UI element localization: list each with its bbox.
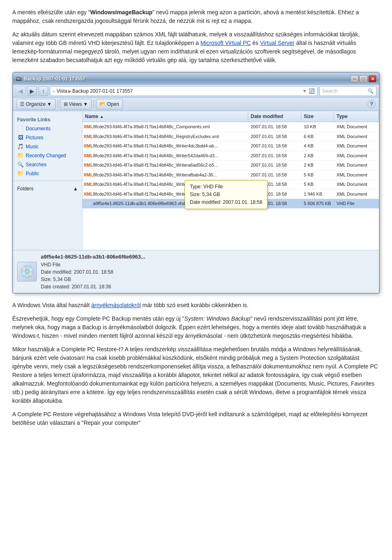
- address-parts: Vista ▶ Backup 2007-01-01 173557: [57, 87, 301, 95]
- table-row[interactable]: XML 8fcde293-fd46-4f7a-99a8-f17ba14b848c…: [82, 132, 379, 142]
- address-dropdown[interactable]: ▼: [302, 87, 307, 95]
- file-list-header: Name ▲ Date modified Size Type: [82, 111, 379, 122]
- search-bar[interactable]: Search 🔍: [319, 86, 376, 96]
- main-area: Favorite Links 📄 Documents 🖼 Pictures 🎵 …: [13, 111, 379, 250]
- search-icon: 🔍: [368, 87, 374, 95]
- link-virtual-server[interactable]: Virtual Server: [260, 40, 295, 46]
- sidebar-item-public[interactable]: 📁 Public: [13, 169, 82, 178]
- table-row[interactable]: XML 8fcde293-fd46-4f7a-99a8-f17ba14b848c…: [82, 141, 379, 151]
- paragraph-6: A Complete PC Restore végrehajtásához a …: [12, 410, 380, 427]
- sidebar-item-recently-changed[interactable]: 📁 Recently Changed: [13, 151, 82, 160]
- status-bar: 💿 a9f5e4e1-8625-11db-a3b1-806e6f6e6963..…: [13, 250, 379, 293]
- documents-icon: 📄: [17, 125, 24, 132]
- views-icon: ⊞: [64, 100, 68, 108]
- sidebar-item-music[interactable]: 🎵 Music: [13, 142, 82, 151]
- views-dropdown-icon: ▼: [83, 100, 88, 108]
- link-arnyekmásolatok[interactable]: árnyékmásolatokról: [91, 302, 141, 308]
- pictures-icon: 🖼: [17, 134, 24, 141]
- status-filename: a9f5e4e1-8625-11db-a3b1-806e6f6e6963...: [41, 253, 145, 261]
- title-bar-text: Backup 2007-01-01 173557: [24, 75, 85, 83]
- col-name[interactable]: Name ▲: [82, 111, 248, 122]
- sidebar-item-searches[interactable]: 🔍 Searches: [13, 160, 82, 169]
- xml-file-icon: XML: [85, 152, 91, 159]
- vhd-file-icon: 💿: [85, 200, 91, 207]
- folders-section[interactable]: Folders ▲: [13, 183, 82, 193]
- paragraph-4: Észrevehetjük, hogy egy Complete PC Back…: [12, 315, 380, 340]
- address-bar[interactable]: « Vista ▶ Backup 2007-01-01 173557 ▼ 🔄: [50, 86, 318, 96]
- maximize-button[interactable]: □: [359, 75, 368, 83]
- searches-label: Searches: [26, 161, 47, 168]
- close-button[interactable]: ✕: [368, 75, 376, 83]
- organize-dropdown-icon: ▼: [47, 100, 52, 108]
- link-microsoft-virtual-pc[interactable]: Microsoft Virtual PC: [200, 40, 251, 46]
- sort-arrow: ▲: [100, 114, 104, 119]
- address-vista: Vista: [57, 87, 67, 95]
- file-name-cell: XML 8fcde293-fd46-4f7a-99a8-f17ba14b848c…: [82, 151, 248, 161]
- title-bar-left: 🗂 Backup 2007-01-01 173557: [16, 74, 85, 84]
- big-file-icon: 💿: [17, 262, 37, 281]
- recently-changed-icon: 📁: [17, 152, 24, 159]
- folders-chevron-icon: ▲: [73, 185, 78, 192]
- title-controls: ─ □ ✕: [350, 75, 376, 83]
- status-date-modified: Date modified: 2007.01.01. 18:58: [41, 268, 145, 276]
- back-button[interactable]: ◀: [16, 86, 25, 96]
- address-backup: Backup 2007-01-01 173557: [72, 87, 133, 95]
- xml-file-icon: XML: [85, 123, 91, 130]
- organize-label: Organize: [26, 100, 46, 108]
- sidebar-item-documents[interactable]: 📄 Documents: [13, 124, 82, 133]
- table-row[interactable]: XML 8fcde293-fd46-4f7a-99a8-f17ba14b848c…: [82, 151, 379, 161]
- col-date[interactable]: Date modified: [248, 111, 301, 122]
- xml-file-icon: XML: [85, 162, 91, 168]
- file-name-cell: XML 8fcde293-fd46-4f7a-99a8-f17ba14b848c…: [82, 141, 248, 151]
- explorer-window: 🗂 Backup 2007-01-01 173557 ─ □ ✕ ◀ ▶ ↑ «…: [12, 72, 380, 294]
- table-row[interactable]: XML 8fcde293-fd46-4f7a-99a8-f17ba14b848c…: [82, 170, 379, 180]
- minimize-button[interactable]: ─: [350, 75, 359, 83]
- tooltip: Type: VHD File Size: 5,34 GB Date modifi…: [185, 180, 267, 210]
- organize-icon: ☰: [20, 100, 24, 108]
- favorite-links-title: Favorite Links: [13, 114, 82, 124]
- documents-label: Documents: [26, 125, 51, 132]
- col-size[interactable]: Size: [301, 111, 334, 122]
- help-button[interactable]: ?: [368, 100, 376, 108]
- toolbar-separator-2: [94, 100, 94, 108]
- file-list: Name ▲ Date modified Size Type XML 8fcde…: [82, 111, 379, 250]
- sidebar-item-pictures[interactable]: 🖼 Pictures: [13, 133, 82, 142]
- table-row[interactable]: XML 8fcde293-fd46-4f7a-99a8-f17ba14b848c…: [82, 161, 379, 170]
- file-details: a9f5e4e1-8625-11db-a3b1-806e6f6e6963... …: [41, 253, 145, 290]
- nav-bar: ◀ ▶ ↑ « Vista ▶ Backup 2007-01-01 173557…: [13, 85, 379, 98]
- toolbar: ☰ Organize ▼ ⊞ Views ▼ 📂 Open ?: [13, 98, 379, 111]
- xml-file-icon: XML: [85, 133, 91, 140]
- music-label: Music: [26, 143, 38, 150]
- public-label: Public: [26, 170, 39, 177]
- xml-file-icon: XML: [85, 143, 91, 149]
- up-button[interactable]: ↑: [38, 86, 48, 96]
- panel-divider: [13, 181, 82, 181]
- col-type[interactable]: Type: [334, 111, 379, 122]
- file-name-cell: XML 8fcde293-fd46-4f7a-99a8-f17ba14b848c…: [82, 170, 248, 180]
- status-date-created: Date created: 2007.01.01. 18:36: [41, 283, 145, 290]
- tooltip-size: Size: 5,34 GB: [190, 191, 262, 199]
- open-icon: 📂: [100, 100, 106, 108]
- views-button[interactable]: ⊞ Views ▼: [60, 99, 92, 109]
- status-file-type: VHD File: [41, 261, 145, 268]
- file-name-cell: XML 8fcde293-fd46-4f7a-99a8-f17ba14b848c…: [82, 132, 248, 141]
- open-button[interactable]: 📂 Open: [96, 99, 122, 109]
- toolbar-separator-1: [58, 100, 58, 108]
- xml-file-icon: XML: [85, 181, 91, 187]
- paragraph-5: Mikor használjuk a Complete PC Restore-t…: [12, 345, 380, 405]
- music-icon: 🎵: [17, 143, 24, 150]
- tooltip-type: Type: VHD File: [190, 183, 262, 191]
- folders-label: Folders: [17, 185, 33, 192]
- paragraph-1: A mentés elkészülte után egy "WindowsIma…: [12, 8, 380, 25]
- open-label: Open: [107, 100, 119, 108]
- recently-changed-label: Recently Changed: [26, 152, 66, 159]
- pictures-label: Pictures: [26, 134, 43, 141]
- address-refresh[interactable]: 🔄: [309, 87, 315, 95]
- paragraph-2: Az aktuális dátum szerint elnevezett map…: [12, 30, 380, 65]
- table-row[interactable]: XML 8fcde293-fd46-4f7a-99a8-f17ba14b848c…: [82, 122, 379, 132]
- forward-button[interactable]: ▶: [27, 86, 37, 96]
- left-panel: Favorite Links 📄 Documents 🖼 Pictures 🎵 …: [13, 111, 82, 250]
- file-name-cell: XML 8fcde293-fd46-4f7a-99a8-f17ba14b848c…: [82, 122, 248, 132]
- views-label: Views: [69, 100, 82, 108]
- organize-button[interactable]: ☰ Organize ▼: [16, 99, 56, 109]
